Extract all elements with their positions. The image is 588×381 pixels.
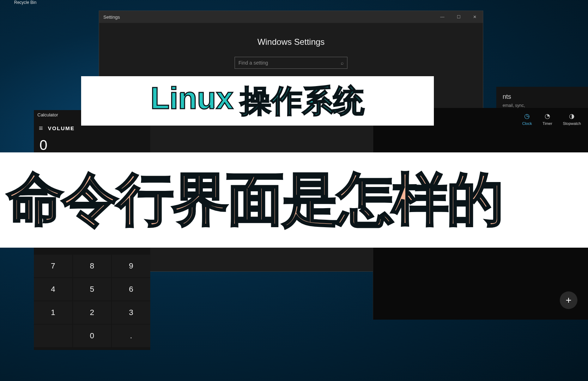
timer-icon: ◔: [545, 112, 550, 120]
title-line-1: Linux 操作系统: [151, 80, 365, 122]
hamburger-icon[interactable]: ≡: [39, 124, 43, 132]
key-4[interactable]: 4: [34, 278, 72, 301]
key-3[interactable]: 3: [112, 301, 150, 324]
maximize-button[interactable]: ☐: [450, 11, 467, 23]
key-9[interactable]: 9: [112, 255, 150, 277]
calculator-mode-label: VOLUME: [48, 125, 75, 131]
settings-heading: Windows Settings: [99, 37, 483, 47]
recycle-bin-label: Recycle Bin: [14, 0, 36, 5]
title-bar-1: Linux 操作系统: [81, 76, 434, 126]
stopwatch-tab-label: Stopwatch: [563, 121, 581, 126]
title-linux: Linux: [151, 80, 234, 122]
key-6[interactable]: 6: [112, 278, 150, 301]
key-decimal[interactable]: .: [112, 325, 150, 347]
recycle-bin-icon[interactable]: Recycle Bin: [14, 0, 36, 5]
settings-body: Windows Settings Find a setting ⌕: [99, 23, 483, 69]
accounts-title: nts: [503, 93, 582, 101]
settings-search-placeholder: Find a setting: [238, 60, 268, 66]
tab-world-clock[interactable]: ◷ Clock: [522, 112, 532, 126]
calculator-display: 0: [34, 135, 150, 153]
key-1[interactable]: 1: [34, 301, 72, 324]
key-8[interactable]: 8: [73, 255, 111, 277]
calculator-keypad: 7 8 9 4 5 6 1 2 3 0 .: [34, 255, 150, 347]
title-bar-2: 命令行界面是怎样的: [0, 152, 588, 248]
key-7[interactable]: 7: [34, 255, 72, 277]
stopwatch-icon: ◑: [569, 112, 575, 120]
timer-tab-label: Timer: [542, 121, 552, 126]
key-2[interactable]: 2: [73, 301, 111, 324]
settings-title-label: Settings: [103, 14, 120, 20]
clock-tab-label: Clock: [522, 121, 532, 126]
add-clock-button[interactable]: +: [560, 291, 577, 309]
title-line-2: 命令行界面是怎样的: [7, 162, 502, 238]
minimize-button[interactable]: —: [434, 11, 450, 23]
key-0[interactable]: 0: [73, 325, 111, 347]
key-5[interactable]: 5: [73, 278, 111, 301]
settings-search-input[interactable]: Find a setting ⌕: [235, 57, 347, 69]
search-icon: ⌕: [341, 60, 344, 66]
key-blank: [34, 325, 72, 347]
close-button[interactable]: ✕: [467, 11, 483, 23]
tab-timer[interactable]: ◔ Timer: [542, 112, 552, 126]
clock-icon: ◷: [524, 112, 530, 120]
tab-stopwatch[interactable]: ◑ Stopwatch: [563, 112, 581, 126]
title-os: 操作系统: [240, 80, 364, 122]
settings-titlebar[interactable]: Settings — ☐ ✕: [99, 11, 483, 23]
window-controls: — ☐ ✕: [434, 11, 483, 23]
